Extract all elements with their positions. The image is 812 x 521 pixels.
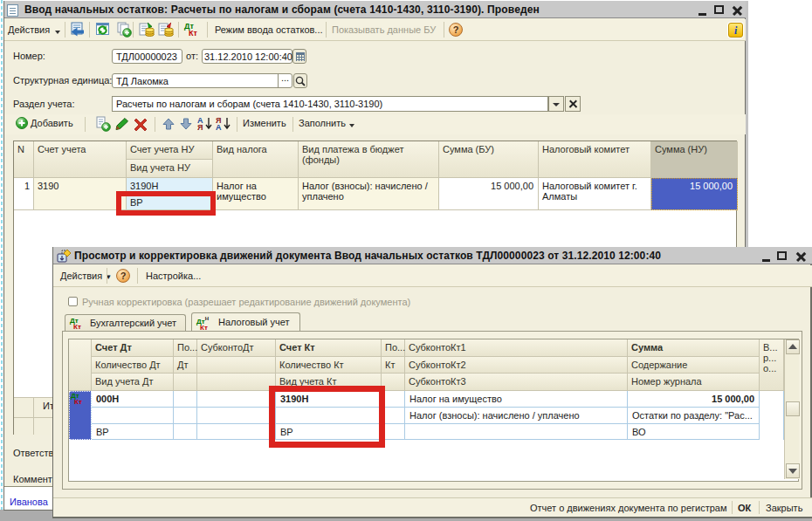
svg-text:А: А [216,123,222,131]
svg-text:Я: Я [197,123,203,131]
